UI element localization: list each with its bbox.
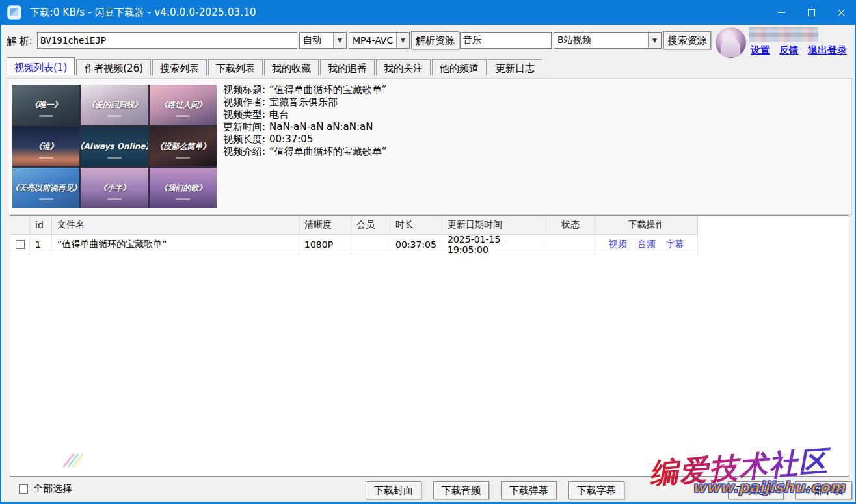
quality-select-value: 自动 [300, 34, 333, 46]
cover-tile: 《我们的歌》 [150, 168, 217, 208]
download-subtitle-link[interactable]: 字幕 [666, 239, 684, 250]
bottom-bar: 全部选择 下载封面 下载音频 下载弹幕 下载字幕 下载选中 全部下载 [1, 477, 855, 502]
close-button[interactable] [826, 0, 856, 25]
window-title: 下载:0 KB/s - 闪豆下载器 - v4.0.0.0-2025.03.10 [30, 7, 256, 19]
video-info-text: 视频标题:“值得单曲循环的宝藏歌单” 视频作者:宝藏音乐俱乐部 视频类型:电台 … [223, 84, 387, 158]
header-status: 状态 [546, 216, 595, 234]
download-selected-button[interactable]: 下载选中 [728, 481, 784, 499]
header-filename: 文件名 [52, 216, 299, 234]
tab-author-videos[interactable]: 作者视频(26) [76, 59, 151, 75]
chevron-down-icon: ▼ [333, 33, 346, 48]
cover-title: 《小半》 [99, 183, 130, 194]
download-audio-link[interactable]: 音频 [637, 239, 656, 250]
info-label: 视频类型: [223, 109, 265, 121]
cover-title: 《唯一》 [31, 99, 62, 111]
cover-tile: 《没那么简单》 [150, 126, 217, 166]
video-info-panel: 《唯一》 《爱的回归线》 《路过人间》 《谁》 《Always Online》 … [7, 78, 852, 215]
cover-title: 《天亮以前说再见》 [12, 183, 79, 194]
header-checkbox-col [10, 216, 30, 234]
tab-favorites[interactable]: 我的收藏 [264, 59, 319, 75]
cover-title: 《没那么简单》 [155, 141, 210, 152]
tab-bar: 视频列表(1) 作者视频(26) 搜索列表 下载列表 我的收藏 我的追番 我的关… [7, 57, 544, 75]
format-select-value: MP4-AVC [349, 35, 396, 46]
cover-title: 《谁》 [34, 141, 58, 152]
cover-tile: 《路过人间》 [150, 85, 217, 125]
app-window: 下载:0 KB/s - 闪豆下载器 - v4.0.0.0-2025.03.10 … [0, 0, 856, 504]
cover-title: 《路过人间》 [159, 99, 206, 111]
parse-resource-button[interactable]: 解析资源 [411, 31, 459, 49]
minimize-icon [778, 12, 785, 13]
video-author-value: 宝藏音乐俱乐部 [269, 96, 338, 109]
header-updated: 更新日期时间 [442, 216, 546, 234]
select-all-label: 全部选择 [33, 483, 72, 495]
video-title-value: “值得单曲循环的宝藏歌单” [269, 84, 387, 96]
site-select[interactable]: B站视频 ▼ [554, 32, 662, 49]
user-avatar[interactable] [716, 27, 746, 58]
download-subtitle-button[interactable]: 下载字幕 [568, 481, 624, 499]
video-desc-value: “值得单曲循环的宝藏歌单” [269, 146, 387, 158]
download-audio-button[interactable]: 下载音频 [433, 481, 489, 499]
header-id: id [30, 216, 52, 234]
row-updated: 2025-01-15 19:05:00 [442, 235, 546, 254]
row-quality: 1080P [299, 235, 351, 254]
download-cover-button[interactable]: 下载封面 [366, 481, 421, 499]
row-duration: 00:37:05 [390, 235, 442, 254]
cover-title: 《Always Online》 [81, 141, 148, 152]
cover-tile: 《Always Online》 [81, 126, 148, 166]
video-length-value: 00:37:05 [269, 133, 313, 146]
cover-tile: 《谁》 [12, 126, 79, 166]
header-duration: 时长 [390, 216, 442, 234]
minimize-button[interactable] [766, 0, 796, 25]
select-all-group: 全部选择 [19, 483, 72, 495]
info-label: 视频介绍: [223, 146, 265, 158]
tab-his-channel[interactable]: 他的频道 [432, 59, 487, 75]
app-icon [7, 5, 21, 20]
chevron-down-icon: ▼ [648, 33, 661, 48]
tab-changelog[interactable]: 更新日志 [488, 59, 542, 75]
cover-tile: 《唯一》 [12, 85, 79, 125]
window-controls [766, 0, 856, 25]
file-list: id 文件名 清晰度 会员 时长 更新日期时间 状态 下载操作 1 “值得单曲循… [10, 215, 849, 477]
settings-link[interactable]: 设置 [751, 44, 770, 57]
select-all-checkbox[interactable] [19, 484, 28, 494]
video-type-value: 电台 [269, 109, 289, 121]
logout-link[interactable]: 退出登录 [808, 44, 847, 57]
row-filename: “值得单曲循环的宝藏歌单” [52, 235, 299, 254]
info-label: 视频长度: [223, 133, 265, 146]
info-label: 视频标题: [223, 84, 265, 96]
close-icon [837, 8, 846, 17]
username-censored [749, 27, 818, 42]
header-quality: 清晰度 [299, 216, 351, 234]
cover-title: 《爱的回归线》 [87, 99, 142, 111]
search-keyword-input[interactable] [460, 32, 552, 49]
tab-search-list[interactable]: 搜索列表 [152, 59, 207, 75]
parse-label: 解 析: [7, 35, 33, 47]
chevron-down-icon: ▼ [396, 33, 409, 48]
tab-download-list[interactable]: 下载列表 [208, 59, 263, 75]
header-vip: 会员 [351, 216, 390, 234]
user-links: 设置 反馈 退出登录 [751, 44, 852, 57]
feedback-link[interactable]: 反馈 [779, 44, 799, 57]
format-select[interactable]: MP4-AVC ▼ [349, 32, 410, 49]
row-actions: 视频 音频 字幕 [609, 239, 684, 250]
download-all-button[interactable]: 全部下载 [795, 481, 852, 499]
table-row[interactable]: 1 “值得单曲循环的宝藏歌单” 1080P 00:37:05 2025-01-1… [10, 235, 698, 254]
update-time-value: NaN-aN-aN aN:aN:aN [269, 121, 373, 133]
row-status [546, 235, 595, 254]
tab-bangumi[interactable]: 我的追番 [320, 59, 375, 75]
cover-title: 《我们的歌》 [159, 183, 206, 194]
download-danmaku-button[interactable]: 下载弹幕 [501, 481, 557, 499]
download-video-link[interactable]: 视频 [609, 239, 627, 250]
cover-tile: 《爱的回归线》 [81, 85, 148, 125]
row-checkbox[interactable] [16, 240, 25, 249]
maximize-icon [808, 9, 815, 16]
search-resource-button[interactable]: 搜索资源 [663, 31, 711, 49]
tab-video-list[interactable]: 视频列表(1) [7, 57, 75, 75]
parse-url-input[interactable] [37, 32, 297, 49]
toolbar: 解 析: 自动 ▼ MP4-AVC ▼ 解析资源 B站视频 ▼ 搜索资源 设置 … [1, 25, 855, 59]
quality-select[interactable]: 自动 ▼ [299, 32, 347, 49]
maximize-button[interactable] [796, 0, 826, 25]
row-id: 1 [30, 235, 52, 254]
tab-following[interactable]: 我的关注 [376, 59, 431, 75]
site-select-value: B站视频 [554, 34, 648, 46]
